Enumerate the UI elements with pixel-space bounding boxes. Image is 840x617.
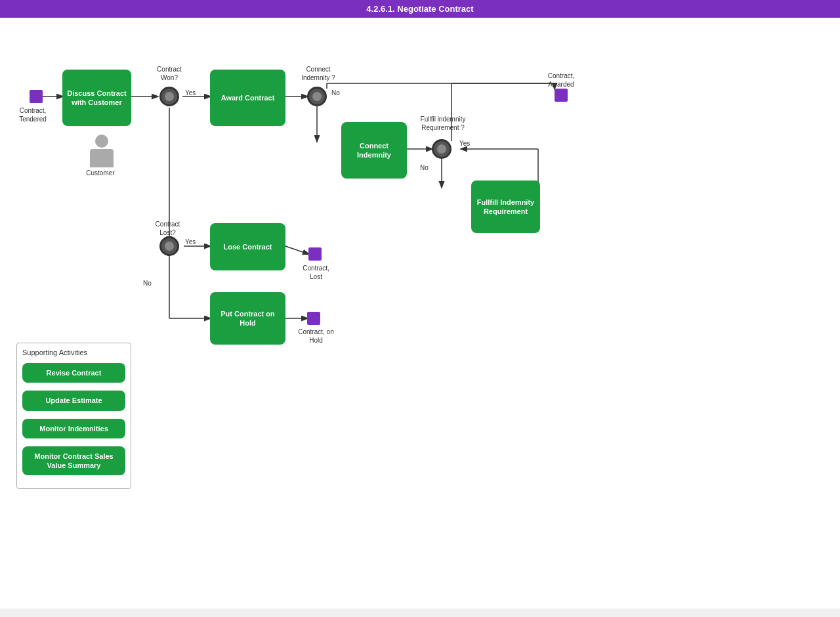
end-lost-label: Contract, Lost [298, 264, 334, 281]
customer-body [90, 149, 114, 167]
gateway-contract-lost [159, 236, 179, 256]
gateway-contract-lost-label: Contract Lost? [150, 220, 186, 237]
discuss-contract-task[interactable]: Discuss Contract with Customer [62, 70, 131, 126]
no3-label: No [143, 279, 152, 287]
no2-label: No [420, 163, 429, 172]
gateway-fullfill [432, 139, 452, 159]
support-task-revise[interactable]: Revise Contract [22, 363, 125, 383]
gateway-contract-won [159, 87, 179, 106]
page-title: 4.2.6.1. Negotiate Contract [366, 4, 473, 14]
support-task-monitor-ind[interactable]: Monitor Indemnities [22, 419, 125, 438]
end-hold-event [307, 312, 320, 325]
supporting-activities-box: Supporting Activities Revise Contract Up… [16, 343, 131, 489]
start-event [30, 90, 43, 103]
connect-indemnity-task[interactable]: Connect Indemnity [341, 122, 407, 179]
award-contract-task[interactable]: Award Contract [210, 70, 285, 126]
customer-label: Customer [84, 169, 117, 177]
support-task-monitor-sales[interactable]: Monitor Contract Sales Value Summary [22, 446, 125, 476]
diagram-area: Contract, Tendered Discuss Contract with… [0, 18, 840, 608]
supporting-title: Supporting Activities [22, 349, 125, 356]
start-event-label: Contract, Tendered [13, 106, 52, 123]
put-hold-task[interactable]: Put Contract on Hold [210, 292, 285, 345]
title-bar: 4.2.6.1. Negotiate Contract [0, 0, 840, 18]
end-lost-event [308, 247, 322, 261]
fullfill-indemnity-task[interactable]: Fullfill Indemnity Requirement [471, 181, 540, 233]
support-task-update[interactable]: Update Estimate [22, 391, 125, 410]
customer-head [95, 135, 108, 148]
end-hold-label: Contract, on Hold [298, 328, 334, 345]
gateway-connect-indemnity-label: Connect Indemnity ? [295, 65, 341, 82]
customer-icon: Customer [85, 135, 118, 176]
yes1-label: Yes [185, 89, 196, 97]
gateway-connect-indemnity [307, 87, 327, 106]
no1-label: No [331, 89, 340, 97]
gateway-contract-won-label: Contract Won? [150, 65, 189, 82]
yes3-label: Yes [185, 238, 196, 246]
end-awarded-event [555, 89, 568, 102]
gateway-fullfill-label: Fullfil indemnity Requirement ? [417, 115, 469, 132]
svg-line-17 [285, 246, 308, 254]
yes2-label: Yes [459, 139, 470, 148]
end-awarded-label: Contract, Awarded [541, 72, 581, 89]
lose-contract-task[interactable]: Lose Contract [210, 223, 285, 270]
